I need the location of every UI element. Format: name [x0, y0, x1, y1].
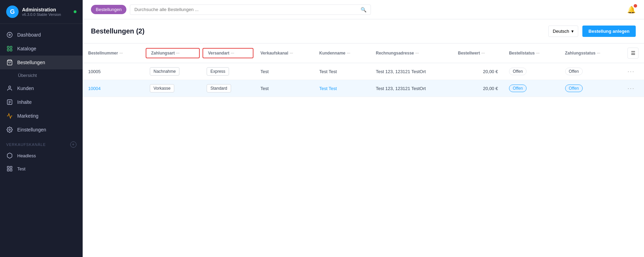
table-row: 10004 Vorkasse Standard Test Test Test T… [83, 80, 644, 97]
sidebar-item-marketing[interactable]: Marketing [0, 109, 83, 123]
zahlungsart-tag[interactable]: Vorkasse [150, 84, 174, 92]
zahlungsart-tag[interactable]: Nachnahme [150, 67, 180, 76]
cell-verkaufskanal: Test [255, 80, 314, 97]
table-body: 10005 Nachnahme Express Test Test Test T… [83, 63, 644, 97]
col-menu-verkaufskanal[interactable]: ··· [290, 51, 293, 56]
col-header-verkaufskanal: Verkaufskanal ··· [255, 43, 314, 63]
versandart-tag[interactable]: Standard [207, 84, 231, 92]
table-row: 10005 Nachnahme Express Test Test Test T… [83, 63, 644, 80]
row-actions-menu[interactable]: ··· [627, 68, 635, 75]
cell-kundenname: Test Test [314, 80, 370, 97]
status-dot [74, 10, 76, 13]
col-menu-versandart[interactable]: ··· [231, 51, 234, 56]
app-title: Administration [22, 7, 61, 12]
sidebar-label-dashboard: Dashboard [17, 32, 41, 38]
sidebar-item-dashboard[interactable]: Dashboard [0, 28, 83, 42]
bestellungen-icon [6, 59, 13, 66]
sidebar-item-kunden[interactable]: Kunden [0, 81, 83, 95]
marketing-icon [6, 112, 13, 119]
col-header-zahlungsart: Zahlungsart ··· [144, 43, 201, 63]
add-channel-button[interactable]: + [70, 141, 76, 148]
svg-rect-13 [7, 166, 9, 168]
dashboard-icon [6, 31, 13, 38]
col-menu-kundenname[interactable]: ··· [347, 51, 350, 56]
cell-bestellwert: 20,00 € [453, 80, 503, 97]
customer-link[interactable]: Test Test [319, 86, 337, 91]
sidebar-item-inhalte[interactable]: Inhalte [0, 95, 83, 109]
cell-bestellstatus: Offen [503, 63, 560, 80]
cell-rechnungsadresse: Test 123, 123121 TestOrt [370, 63, 452, 80]
bestellstatus-badge: Offen [509, 85, 527, 92]
orders-table-area: Bestellnummer ··· Zahlungsart ··· [83, 43, 644, 257]
col-menu-bestellstatus[interactable]: ··· [536, 51, 540, 56]
svg-point-12 [9, 129, 11, 131]
sidebar-section-verkaufskanaele: Verkaufskanäle + [0, 137, 83, 149]
row-actions-menu[interactable]: ··· [627, 85, 635, 92]
notification-bell[interactable]: 🔔 [627, 6, 636, 14]
col-menu-bestellwert[interactable]: ··· [481, 51, 485, 56]
versandart-tag[interactable]: Express [207, 67, 229, 76]
sidebar-label-test: Test [17, 166, 25, 171]
col-header-bestellnummer: Bestellnummer ··· [83, 43, 144, 63]
svg-rect-4 [7, 49, 9, 51]
sidebar-item-bestellungen[interactable]: Bestellungen [0, 56, 83, 69]
sidebar-label-kunden: Kunden [17, 86, 34, 91]
sidebar-item-kataloge[interactable]: Kataloge [0, 42, 83, 56]
test-icon [6, 165, 13, 172]
cell-rechnungsadresse: Test 123, 123121 TestOrt [370, 80, 452, 97]
search-icon[interactable]: 🔍 [361, 7, 366, 12]
svg-rect-16 [7, 169, 9, 171]
inhalte-icon [6, 99, 13, 106]
cell-zahlungsart: Nachnahme [144, 63, 201, 80]
create-order-button[interactable]: Bestellung anlegen [582, 26, 636, 37]
col-menu-zahlungsart[interactable]: ··· [176, 51, 179, 56]
col-header-versandart: Versandart ··· [201, 43, 255, 63]
cell-row-actions: ··· [622, 80, 644, 97]
page-header: Bestellungen (2) Deutsch ▾ Bestellung an… [83, 19, 644, 43]
cell-versandart: Standard [201, 80, 255, 97]
sidebar-item-headless[interactable]: Headless [0, 149, 83, 162]
search-input[interactable] [134, 7, 358, 12]
col-header-zahlungsstatus: Zahlungsstatus ··· [560, 43, 622, 63]
svg-point-7 [9, 86, 11, 88]
sidebar-item-test[interactable]: Test [0, 162, 83, 175]
table-header: Bestellnummer ··· Zahlungsart ··· [83, 43, 644, 63]
sidebar-header: G Administration v6.3.0.0 Stable Version [0, 0, 83, 24]
col-header-rechnungsadresse: Rechnungsadresse ··· [370, 43, 452, 63]
col-header-kundenname: Kundenname ··· [314, 43, 370, 63]
cell-bestellstatus: Offen [503, 80, 560, 97]
sidebar-label-kataloge: Kataloge [17, 46, 36, 51]
svg-rect-8 [7, 100, 12, 105]
cell-kundenname: Test Test [314, 63, 370, 80]
svg-rect-14 [10, 166, 12, 168]
cell-verkaufskanal: Test [255, 63, 314, 80]
cell-versandart: Express [201, 63, 255, 80]
bell-badge [634, 4, 637, 8]
kunden-icon [6, 85, 13, 92]
app-version: v6.3.0.0 Stable Version [22, 12, 61, 17]
search-pill-bestellungen[interactable]: Bestellungen [91, 5, 126, 14]
zahlungsstatus-badge: Offen [565, 68, 583, 75]
cell-bestellwert: 20,00 € [453, 63, 503, 80]
sidebar-label-uebersicht: Übersicht [18, 73, 37, 78]
sidebar-item-uebersicht[interactable]: Übersicht [0, 69, 83, 81]
search-box: 🔍 [130, 4, 371, 15]
col-menu-bestellnummer[interactable]: ··· [120, 51, 123, 56]
cell-zahlungsstatus: Offen [560, 80, 622, 97]
cell-bestellnummer: 10005 [83, 63, 144, 80]
headless-icon [6, 152, 13, 159]
col-menu-rechnungsadresse[interactable]: ··· [415, 51, 419, 56]
sidebar-label-einstellungen: Einstellungen [17, 127, 46, 132]
kataloge-icon [6, 45, 13, 52]
column-settings-button[interactable]: ☰ [627, 48, 638, 59]
sidebar-label-inhalte: Inhalte [17, 99, 32, 105]
einstellungen-icon [6, 126, 13, 133]
sidebar-item-einstellungen[interactable]: Einstellungen [0, 123, 83, 137]
order-link[interactable]: 10004 [88, 86, 101, 91]
app-logo: G [6, 6, 19, 18]
col-menu-zahlungsstatus[interactable]: ··· [597, 51, 600, 56]
sidebar-label-headless: Headless [17, 153, 36, 158]
main-content: Bestellungen 🔍 🔔 Bestellungen (2) Deutsc… [83, 0, 644, 257]
cell-bestellnummer: 10004 [83, 80, 144, 97]
language-dropdown[interactable]: Deutsch ▾ [548, 26, 578, 37]
